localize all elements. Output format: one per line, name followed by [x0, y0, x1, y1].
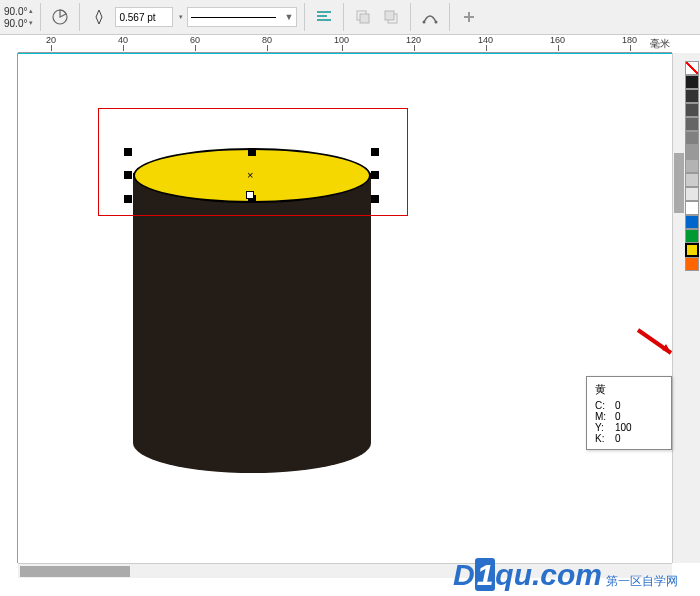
- to-front-icon[interactable]: [351, 5, 375, 29]
- workspace: ×: [0, 53, 700, 563]
- svg-rect-3: [317, 19, 331, 21]
- ruler-tick: 160: [550, 35, 565, 45]
- rotation-inputs: 90.0°▴ 90.0°▾: [4, 6, 33, 29]
- horizontal-ruler: 20 40 60 80 100 120 140 160 180 毫米: [18, 35, 672, 53]
- divider: [79, 3, 80, 31]
- watermark-sub: 第一区自学网: [606, 573, 678, 590]
- divider: [449, 3, 450, 31]
- svg-point-8: [423, 21, 426, 24]
- svg-point-9: [435, 21, 438, 24]
- selection-handle[interactable]: [248, 148, 256, 156]
- divider: [410, 3, 411, 31]
- swatch-gray90[interactable]: [685, 89, 699, 103]
- convert-curves-icon[interactable]: [418, 5, 442, 29]
- swatch-green[interactable]: [685, 229, 699, 243]
- svg-rect-7: [385, 11, 394, 20]
- selection-handle[interactable]: [124, 195, 132, 203]
- swatch-gray80[interactable]: [685, 103, 699, 117]
- selection-handle[interactable]: [371, 171, 379, 179]
- swatch-gray50[interactable]: [685, 145, 699, 159]
- svg-rect-5: [360, 14, 369, 23]
- tooltip-c-value: 0: [615, 400, 621, 411]
- vertical-scrollbar[interactable]: [672, 53, 684, 563]
- ruler-tick: 80: [262, 35, 272, 45]
- tooltip-color-name: 黄: [595, 382, 663, 397]
- ruler-tick: 60: [190, 35, 200, 45]
- wrap-text-icon[interactable]: [312, 5, 336, 29]
- selection-origin-handle[interactable]: [246, 191, 254, 199]
- stepper-icon[interactable]: ▾: [29, 19, 33, 27]
- swatch-gray30[interactable]: [685, 173, 699, 187]
- swatch-white[interactable]: [685, 201, 699, 215]
- stepper-icon[interactable]: ▴: [29, 7, 33, 15]
- ruler-tick: 140: [478, 35, 493, 45]
- ruler-unit: 毫米: [650, 37, 670, 51]
- divider: [343, 3, 344, 31]
- line-style-dropdown[interactable]: ▼: [187, 7, 297, 27]
- svg-rect-2: [317, 15, 327, 17]
- y-degree-value[interactable]: 90.0: [4, 18, 23, 29]
- plus-icon[interactable]: [457, 5, 481, 29]
- vertical-ruler: [0, 53, 18, 563]
- swatch-gray60[interactable]: [685, 131, 699, 145]
- ruler-tick: 180: [622, 35, 637, 45]
- color-palette: [684, 53, 700, 563]
- to-back-icon[interactable]: [379, 5, 403, 29]
- watermark: D1qu.com 第一区自学网: [453, 558, 678, 592]
- ruler-tick: 20: [46, 35, 56, 45]
- x-degree-value[interactable]: 90.0: [4, 6, 23, 17]
- selection-handle[interactable]: [124, 148, 132, 156]
- outline-width-input[interactable]: 0.567 pt: [115, 7, 173, 27]
- line-style-preview: [191, 17, 276, 18]
- tooltip-y-value: 100: [615, 422, 632, 433]
- selection-center-icon: ×: [247, 169, 253, 181]
- divider: [40, 3, 41, 31]
- tooltip-k-value: 0: [615, 433, 621, 444]
- pie-icon[interactable]: [48, 5, 72, 29]
- selection-handle[interactable]: [371, 195, 379, 203]
- guide-line[interactable]: [18, 53, 672, 54]
- property-bar: 90.0°▴ 90.0°▾ 0.567 pt ▾ ▼: [0, 0, 700, 35]
- drawing-canvas[interactable]: ×: [18, 53, 672, 563]
- swatch-black[interactable]: [685, 75, 699, 89]
- swatch-gray20[interactable]: [685, 187, 699, 201]
- ruler-tick: 100: [334, 35, 349, 45]
- divider: [304, 3, 305, 31]
- outline-width-value: 0.567 pt: [119, 12, 155, 23]
- svg-rect-1: [317, 11, 331, 13]
- ruler-tick: 40: [118, 35, 128, 45]
- swatch-gray70[interactable]: [685, 117, 699, 131]
- ruler-tick: 120: [406, 35, 421, 45]
- swatch-blue[interactable]: [685, 215, 699, 229]
- chevron-down-icon: ▼: [285, 12, 294, 22]
- selection-handle[interactable]: [124, 171, 132, 179]
- swatch-yellow[interactable]: [685, 243, 699, 257]
- swatch-gray40[interactable]: [685, 159, 699, 173]
- color-tooltip: 黄 C:0 M:0 Y:100 K:0: [586, 376, 672, 450]
- swatch-orange[interactable]: [685, 257, 699, 271]
- scrollbar-thumb[interactable]: [674, 153, 684, 213]
- scrollbar-thumb[interactable]: [20, 566, 130, 577]
- selection-handle[interactable]: [371, 148, 379, 156]
- pen-outline-icon[interactable]: [87, 5, 111, 29]
- swatch-none[interactable]: [685, 61, 699, 75]
- stepper-icon[interactable]: ▾: [179, 13, 183, 21]
- tooltip-m-value: 0: [615, 411, 621, 422]
